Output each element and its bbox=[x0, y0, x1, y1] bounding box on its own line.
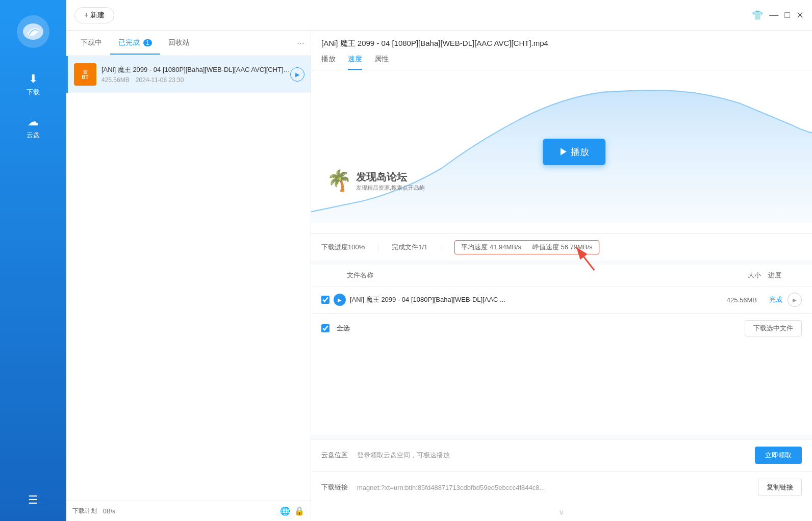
tab-downloading[interactable]: 下载中 bbox=[72, 32, 110, 55]
item-play-button[interactable]: ▶ bbox=[290, 67, 304, 82]
play-big-button[interactable]: ▶ 播放 bbox=[543, 139, 605, 165]
col-size-header: 大小 bbox=[700, 271, 761, 280]
play-overlay: ▶ 播放 bbox=[543, 139, 605, 165]
cloud-icon: ☁ bbox=[28, 115, 39, 128]
file-item-play-btn[interactable]: ▶ bbox=[788, 293, 802, 307]
watermark-text-area: 发现岛论坛 发现精品资源,搜索点开岛屿 bbox=[356, 170, 425, 192]
detail-title: [ANi] 魔王 2099 - 04 [1080P][Baha][WEB-DL]… bbox=[321, 39, 802, 48]
tab-bar: 下载中 已完成 1 回收站 ··· bbox=[66, 31, 311, 56]
file-list-footer: 全选 下载选中文件 bbox=[311, 314, 812, 343]
select-all-area: 全选 bbox=[321, 324, 350, 333]
detail-tab-speed[interactable]: 速度 bbox=[348, 55, 362, 70]
file-info: [ANi] 魔王 2099 - 04 [1080P][Baha][WEB-DL]… bbox=[102, 65, 290, 84]
detail-tab-props[interactable]: 属性 bbox=[374, 55, 389, 70]
cloud-value: 登录领取云盘空间，可极速播放 bbox=[357, 451, 755, 460]
download-panel: 下载中 已完成 1 回收站 ··· ▤ BT [ANi] 魔王 2099 - 0… bbox=[66, 31, 311, 521]
file-list-item[interactable]: ▶ [ANi] 魔王 2099 - 04 [1080P][Baha][WEB-D… bbox=[311, 286, 812, 314]
file-name: [ANi] 魔王 2099 - 04 [1080P][Baha][WEB-DL]… bbox=[102, 65, 290, 74]
app-logo bbox=[17, 15, 49, 48]
link-section: 下载链接 magnet:?xt=urn:btih:85fd48871713cdb… bbox=[311, 471, 812, 503]
tab-more[interactable]: ··· bbox=[297, 38, 304, 48]
status-bar-icons: 🌐 🔒 bbox=[280, 506, 304, 516]
main-container: + 新建 👕 — □ ✕ 下载中 已完成 1 回收站 ··· bbox=[66, 0, 812, 521]
sidebar-item-cloud[interactable]: ☁ 云盘 bbox=[0, 111, 66, 144]
file-type-icon: ▤ BT bbox=[74, 63, 96, 86]
copy-link-button[interactable]: 复制链接 bbox=[758, 479, 802, 496]
link-label: 下载链接 bbox=[321, 483, 357, 492]
watermark-subtitle: 发现精品资源,搜索点开岛屿 bbox=[356, 184, 425, 192]
sidebar-download-label: 下载 bbox=[27, 88, 40, 97]
menu-button[interactable]: ☰ bbox=[24, 489, 42, 511]
file-item-size: 425.56MB bbox=[706, 296, 757, 304]
file-item-name: [ANi] 魔王 2099 - 04 [1080P][Baha][WEB-DL]… bbox=[350, 295, 706, 304]
sidebar: ⬇ 下载 ☁ 云盘 ☰ bbox=[0, 0, 66, 521]
maximize-button[interactable]: □ bbox=[784, 10, 790, 20]
logo-icon bbox=[22, 20, 44, 43]
chevron-down-icon[interactable]: ∨ bbox=[559, 507, 565, 517]
sidebar-item-download[interactable]: ⬇ 下载 bbox=[0, 68, 66, 101]
download-list: ▤ BT [ANi] 魔王 2099 - 04 [1080P][Baha][WE… bbox=[66, 56, 311, 501]
download-speed: 0B/s bbox=[103, 508, 115, 515]
file-play-icon: ▶ bbox=[334, 294, 346, 306]
file-size: 425.56MB bbox=[102, 76, 130, 84]
file-list-header: 文件名称 大小 进度 bbox=[311, 265, 812, 286]
topbar-right: 👕 — □ ✕ bbox=[752, 10, 804, 21]
detail-header: [ANi] 魔王 2099 - 04 [1080P][Baha][WEB-DL]… bbox=[311, 31, 812, 70]
tab-completed[interactable]: 已完成 1 bbox=[110, 32, 160, 55]
select-all-label: 全选 bbox=[337, 324, 350, 333]
close-button[interactable]: ✕ bbox=[796, 10, 804, 21]
avg-speed: 平均速度 41.94MB/s bbox=[461, 243, 521, 251]
stats-sep1: ｜ bbox=[375, 243, 382, 252]
topbar: + 新建 👕 — □ ✕ bbox=[66, 0, 812, 31]
download-plan: 下载计划 bbox=[72, 507, 97, 515]
download-item[interactable]: ▤ BT [ANi] 魔王 2099 - 04 [1080P][Baha][WE… bbox=[66, 56, 311, 93]
download-selected-button[interactable]: 下载选中文件 bbox=[745, 320, 802, 336]
stats-space bbox=[523, 243, 530, 251]
new-button[interactable]: + 新建 bbox=[74, 7, 114, 23]
stats-sep2: ｜ bbox=[438, 243, 444, 252]
get-cloud-button[interactable]: 立即领取 bbox=[755, 447, 802, 464]
select-all-checkbox[interactable] bbox=[321, 324, 329, 332]
download-icon: ⬇ bbox=[29, 72, 38, 86]
watermark-title: 发现岛论坛 bbox=[356, 170, 425, 184]
shirt-icon: 👕 bbox=[752, 10, 763, 21]
content-area: 下载中 已完成 1 回收站 ··· ▤ BT [ANi] 魔王 2099 - 0… bbox=[66, 31, 812, 521]
progress-text: 下载进度100% bbox=[321, 243, 365, 252]
watermark: 🌴 发现岛论坛 发现精品资源,搜索点开岛屿 bbox=[326, 169, 425, 193]
file-checkbox[interactable] bbox=[321, 296, 329, 304]
stats-bar: 下载进度100% ｜ 完成文件1/1 ｜ 平均速度 41.94MB/s 峰值速度… bbox=[311, 233, 812, 260]
file-item-status: 完成 bbox=[757, 295, 788, 304]
file-list-section: 文件名称 大小 进度 ▶ [ANi] 魔王 2099 - 04 [1080P][… bbox=[311, 265, 812, 435]
detail-tabs: 播放 速度 属性 bbox=[321, 55, 802, 70]
file-meta: 425.56MB 2024-11-06 23:30 bbox=[102, 76, 290, 84]
topbar-left: + 新建 bbox=[74, 7, 114, 23]
cloud-label: 云盘位置 bbox=[321, 451, 357, 460]
sidebar-bottom: ☰ bbox=[24, 489, 42, 511]
link-value: magnet:?xt=urn:btih:85fd48871713cdbfbd59… bbox=[357, 484, 758, 491]
cloud-section: 云盘位置 登录领取云盘空间，可极速播放 立即领取 bbox=[311, 439, 812, 471]
status-bar: 下载计划 0B/s 🌐 🔒 bbox=[66, 501, 311, 521]
svg-line-2 bbox=[576, 247, 594, 270]
watermark-logo-icon: 🌴 bbox=[326, 169, 352, 193]
red-arrow-icon bbox=[569, 242, 599, 273]
col-progress-header: 进度 bbox=[761, 271, 802, 280]
internet-icon: 🌐 bbox=[280, 506, 290, 516]
detail-tab-play[interactable]: 播放 bbox=[321, 55, 336, 70]
col-name-header: 文件名称 bbox=[321, 271, 700, 280]
chevron-down-area: ∨ bbox=[311, 503, 812, 521]
chart-area: ▶ 播放 🌴 发现岛论坛 发现精品资源,搜索点开岛屿 bbox=[311, 70, 812, 233]
tab-recycle[interactable]: 回收站 bbox=[160, 32, 198, 55]
file-date: 2024-11-06 23:30 bbox=[136, 76, 184, 84]
sidebar-cloud-label: 云盘 bbox=[27, 131, 40, 140]
detail-panel: [ANi] 魔王 2099 - 04 [1080P][Baha][WEB-DL]… bbox=[311, 31, 812, 521]
files-text: 完成文件1/1 bbox=[392, 243, 427, 252]
lock-icon: 🔒 bbox=[294, 506, 304, 516]
minimize-button[interactable]: — bbox=[769, 10, 778, 20]
